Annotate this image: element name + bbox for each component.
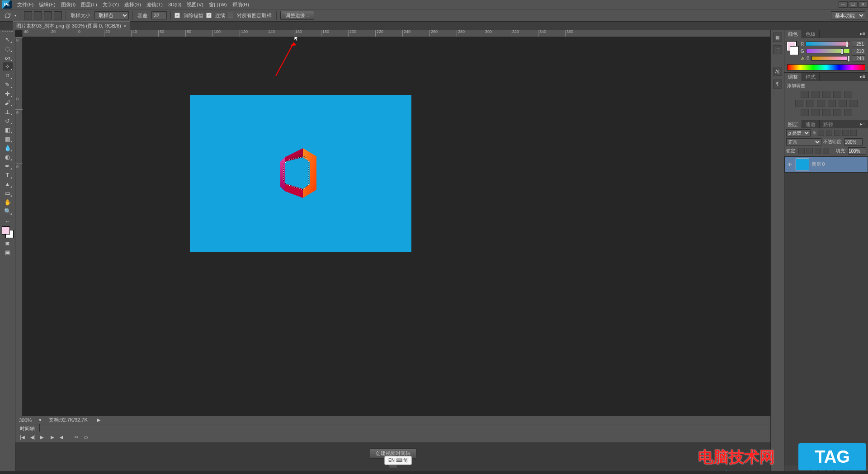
menu-3d[interactable]: 3D(D) [165,1,184,8]
menu-view[interactable]: 视图(V) [184,0,206,9]
close-tab-icon[interactable]: × [124,24,126,28]
menu-bar: Ps 文件(F) 编辑(E) 图像(I) 图层(L) 文字(Y) 选择(S) 滤… [0,0,868,9]
document-tab-title: 图片素材03_副本.png @ 300% (图层 0, RGB/8) [16,23,121,29]
sample-size-select[interactable]: 取样点 [94,11,129,19]
contiguous-checkbox[interactable]: ✓ [206,13,212,18]
antialias-label: 消除锯齿 [183,12,204,19]
menu-file[interactable]: 文件(F) [14,0,36,9]
menu-layer[interactable]: 图层(L) [78,0,99,9]
menu-window[interactable]: 窗口(W) [206,0,230,9]
tolerance-label: 容差: [137,12,150,19]
window-close[interactable]: ✕ [859,1,868,8]
options-bar: ▾ 取样大小: 取样点 容差: ✓ 消除锯齿 ✓ 连续 对所有图层取样 调整边缘… [0,9,868,22]
selection-intersect-icon[interactable] [54,11,62,19]
all-layers-checkbox[interactable] [228,13,233,18]
menu-help[interactable]: 帮助(H) [230,0,252,9]
app-logo: Ps [2,0,12,9]
selection-new-icon[interactable] [24,11,32,19]
menu-filter[interactable]: 滤镜(T) [144,0,165,9]
contiguous-label: 连续 [214,12,226,19]
antialias-checkbox[interactable]: ✓ [175,13,180,18]
menu-image[interactable]: 图像(I) [58,0,78,9]
all-layers-label: 对所有图层取样 [236,12,273,19]
menu-type[interactable]: 文字(Y) [100,0,122,9]
workspace-select[interactable]: 基本功能 [831,11,865,19]
window-minimize[interactable]: — [839,1,848,8]
tolerance-input[interactable] [151,11,167,19]
document-tab-bar: 图片素材03_副本.png @ 300% (图层 0, RGB/8) × [0,22,868,30]
selection-sub-icon[interactable] [44,11,52,19]
menu-select[interactable]: 选择(S) [122,0,144,9]
selection-add-icon[interactable] [34,11,42,19]
current-tool-icon[interactable] [3,11,13,19]
document-tab[interactable]: 图片素材03_副本.png @ 300% (图层 0, RGB/8) × [13,21,130,30]
menu-edit[interactable]: 编辑(E) [36,0,58,9]
refine-edge-button[interactable]: 调整边缘... [280,11,314,20]
window-maximize[interactable]: ☐ [849,1,858,8]
sample-size-label: 取样大小: [70,12,93,19]
